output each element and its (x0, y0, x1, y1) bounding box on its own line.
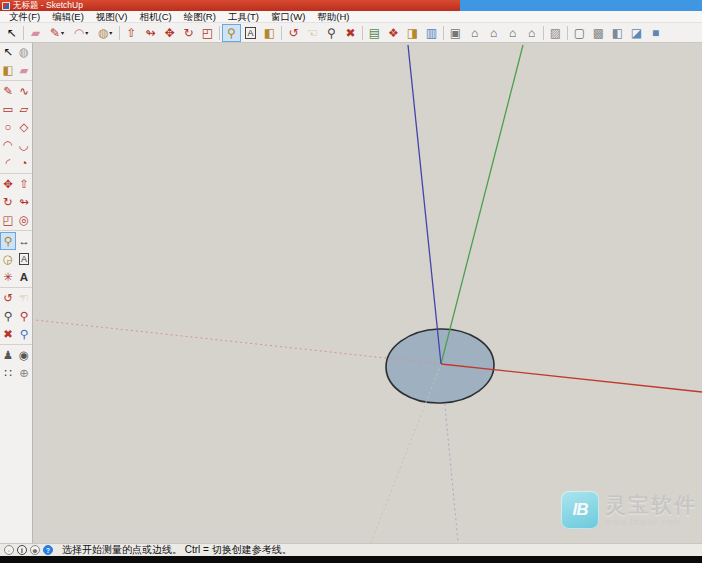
top-view-button[interactable]: ⌂ (465, 24, 484, 42)
followme-tool-button[interactable]: ↬ (16, 193, 32, 211)
circle-tool-button[interactable]: ○ (0, 118, 16, 136)
top-toolbar: ↖▰✎▾◠▾◍▾⇧↬✥↻◰⚲A◧↺☜⚲✖▤❖◨▥▣⌂⌂⌂⌂▨▢▩◧◪■ (0, 23, 702, 43)
followme-tool-button[interactable]: ↬ (141, 24, 160, 42)
shaded-style-button[interactable]: ◧ (608, 24, 627, 42)
text-tool-button[interactable]: A (16, 250, 32, 268)
pushpull-tool-button[interactable]: ⇧ (16, 175, 32, 193)
menu-file[interactable]: 文件(F) (3, 11, 46, 23)
pie-tool-button[interactable]: ◔ (16, 154, 32, 172)
menu-tools[interactable]: 工具(T) (222, 11, 265, 23)
move-tool-button[interactable]: ✥ (160, 24, 179, 42)
menu-window[interactable]: 窗口(W) (265, 11, 311, 23)
text-tool-button[interactable]: A (241, 24, 260, 42)
move-tool-button[interactable]: ✥ (0, 175, 16, 193)
threed-text-tool-button[interactable]: A (16, 268, 32, 286)
wireframe-style-button[interactable]: ▢ (570, 24, 589, 42)
scale-tool-button[interactable]: ◰ (0, 211, 16, 229)
front-view-button[interactable]: ⌂ (484, 24, 503, 42)
walk-tool-button[interactable]: ∷ (0, 364, 16, 382)
layers-panel-icon: ▥ (426, 27, 437, 39)
zoom-tool-button[interactable]: ⚲ (0, 307, 16, 325)
back-view-button[interactable]: ⌂ (522, 24, 541, 42)
section-plane-tool-button[interactable]: ⊕ (16, 364, 32, 382)
menu-help[interactable]: 帮助(H) (311, 11, 355, 23)
pushpull-tool-button[interactable]: ⇧ (122, 24, 141, 42)
scale-tool-button[interactable]: ◰ (198, 24, 217, 42)
hiddenline-style-button[interactable]: ▩ (589, 24, 608, 42)
orbit-tool-button[interactable]: ↺ (284, 24, 303, 42)
tape-measure-tool-button[interactable]: ⚲ (0, 232, 16, 250)
arc-tool-button[interactable]: ◠▾ (69, 24, 93, 42)
xray-style-button[interactable]: ▨ (546, 24, 565, 42)
freehand-tool-icon: ∿ (19, 85, 29, 97)
zoom-extents-tool-button[interactable]: ✖ (0, 325, 16, 343)
eraser-tool-button[interactable]: ▰ (16, 61, 32, 79)
components-panel-button[interactable]: ❖ (384, 24, 403, 42)
three-point-arc-tool-button[interactable]: ◜ (0, 154, 16, 172)
circle-tool-dropdown-icon[interactable]: ▾ (109, 29, 112, 36)
monochrome-style-button[interactable]: ■ (646, 24, 665, 42)
right-view-button[interactable]: ⌂ (503, 24, 522, 42)
rotate-tool-button[interactable]: ↻ (179, 24, 198, 42)
tool-row: ✖⚲ (0, 325, 32, 343)
xray-style-icon: ▨ (550, 27, 561, 39)
blue-axis-solid (408, 45, 441, 364)
paint-bucket-tool-button[interactable]: ◧ (260, 24, 279, 42)
offset-tool-button[interactable]: ◎ (16, 211, 32, 229)
tool-row: ↺☜ (0, 287, 32, 307)
previous-view-tool-button[interactable]: ⚲ (16, 325, 32, 343)
rectangle-tool-button[interactable]: ▭ (0, 100, 16, 118)
drawing-viewport[interactable]: lB 灵宝软件 www.lbwtw.com (33, 43, 702, 543)
help-icon[interactable]: ? (43, 545, 53, 555)
dimension-tool-button[interactable]: ↔ (16, 232, 32, 250)
polygon-tool-button[interactable]: ◇ (16, 118, 32, 136)
look-around-tool-button[interactable]: ◉ (16, 346, 32, 364)
two-point-arc-tool-button[interactable]: ◡ (16, 136, 32, 154)
protractor-tool-button[interactable]: ◶ (0, 250, 16, 268)
rotate-tool-button[interactable]: ↻ (0, 193, 16, 211)
arc-tool-button[interactable]: ◠ (0, 136, 16, 154)
components-panel-icon: ❖ (388, 27, 399, 39)
paint-bucket-tool-button[interactable]: ◧ (0, 61, 16, 79)
rotated-rectangle-tool-button[interactable]: ▱ (16, 100, 32, 118)
tool-row: ↖◍ (0, 43, 32, 61)
title-bar-active-region[interactable]: 无标题 - SketchUp (0, 0, 460, 11)
make-component-tool-button[interactable]: ◍ (16, 43, 32, 61)
pan-tool-button[interactable]: ☜ (16, 289, 32, 307)
materials-panel-button[interactable]: ▤ (365, 24, 384, 42)
arc-tool-dropdown-icon[interactable]: ▾ (85, 29, 88, 36)
line-tool-button[interactable]: ✎ (0, 82, 16, 100)
tool-row: ○◇ (0, 118, 32, 136)
drawn-circle[interactable] (385, 327, 496, 405)
line-tool-dropdown-icon[interactable]: ▾ (61, 29, 64, 36)
layers-panel-button[interactable]: ▥ (422, 24, 441, 42)
title-bar[interactable]: 无标题 - SketchUp (0, 0, 702, 11)
menu-edit[interactable]: 编辑(E) (46, 11, 90, 23)
styles-panel-button[interactable]: ◨ (403, 24, 422, 42)
tape-measure-tool-button[interactable]: ⚲ (222, 24, 241, 42)
user-icon[interactable]: ☻ (30, 545, 40, 555)
menu-view[interactable]: 视图(V) (90, 11, 134, 23)
orbit-tool-icon: ↺ (288, 27, 298, 39)
orbit-tool-button[interactable]: ↺ (0, 289, 16, 307)
zoom-tool-button[interactable]: ⚲ (322, 24, 341, 42)
menu-draw[interactable]: 绘图(R) (178, 11, 222, 23)
menu-camera[interactable]: 相机(C) (133, 11, 177, 23)
pan-tool-button[interactable]: ☜ (303, 24, 322, 42)
credits-icon[interactable]: i (17, 545, 27, 555)
circle-tool-button[interactable]: ◍▾ (93, 24, 117, 42)
zoom-window-tool-button[interactable]: ⚲ (16, 307, 32, 325)
axes-and-geometry (33, 43, 702, 543)
paint-bucket-tool-icon: ◧ (3, 64, 14, 76)
select-tool-button[interactable]: ↖ (2, 24, 21, 42)
zoom-extents-tool-button[interactable]: ✖ (341, 24, 360, 42)
textured-style-button[interactable]: ◪ (627, 24, 646, 42)
eraser-tool-button[interactable]: ▰ (26, 24, 45, 42)
axes-tool-button[interactable]: ✳ (0, 268, 16, 286)
geolocation-icon[interactable]: ◦ (4, 545, 14, 555)
line-tool-button[interactable]: ✎▾ (45, 24, 69, 42)
position-camera-tool-button[interactable]: ♟ (0, 346, 16, 364)
select-tool-button[interactable]: ↖ (0, 43, 16, 61)
freehand-tool-button[interactable]: ∿ (16, 82, 32, 100)
iso-view-button[interactable]: ▣ (446, 24, 465, 42)
